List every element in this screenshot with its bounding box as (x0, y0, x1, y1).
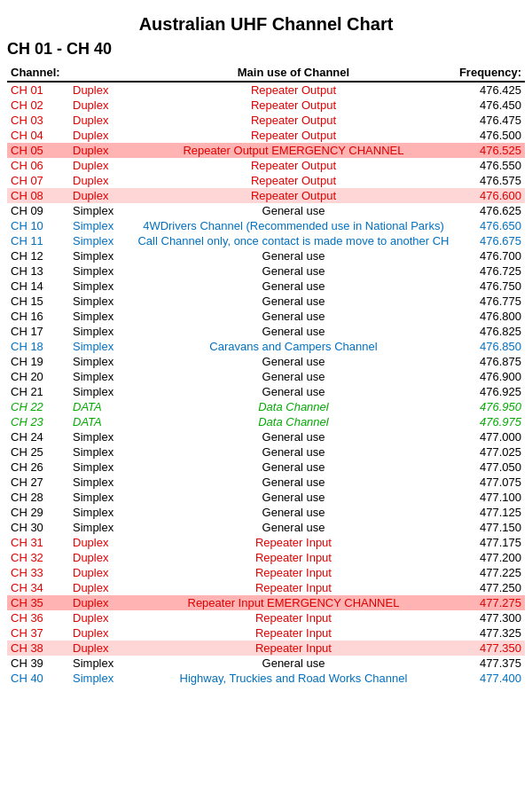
cell-use: General use (131, 279, 456, 294)
header-use: Main use of Channel (131, 64, 456, 82)
cell-mode: Duplex (69, 128, 131, 143)
cell-channel: CH 36 (7, 610, 69, 625)
page: Australian UHF Channel Chart CH 01 - CH … (0, 0, 532, 700)
cell-frequency: 476.625 (456, 203, 525, 218)
cell-channel: CH 01 (7, 82, 69, 98)
cell-frequency: 476.750 (456, 279, 525, 294)
table-row: CH 28SimplexGeneral use477.100 (7, 490, 525, 505)
cell-mode: Simplex (69, 324, 131, 339)
cell-use: Caravans and Campers Channel (131, 339, 456, 354)
cell-frequency: 477.250 (456, 580, 525, 595)
cell-channel: CH 21 (7, 384, 69, 399)
page-subtitle: CH 01 - CH 40 (7, 40, 525, 59)
cell-frequency: 477.025 (456, 444, 525, 460)
cell-mode: Simplex (69, 339, 131, 354)
cell-frequency: 477.325 (456, 625, 525, 641)
cell-channel: CH 16 (7, 309, 69, 324)
cell-mode: Duplex (69, 550, 131, 565)
cell-use: General use (131, 475, 456, 490)
table-row: CH 04DuplexRepeater Output476.500 (7, 128, 525, 143)
cell-frequency: 477.150 (456, 520, 525, 535)
cell-channel: CH 39 (7, 656, 69, 671)
cell-frequency: 477.000 (456, 429, 525, 444)
table-row: CH 02DuplexRepeater Output476.450 (7, 98, 525, 113)
cell-frequency: 476.825 (456, 324, 525, 339)
cell-use: General use (131, 369, 456, 384)
table-row: CH 39SimplexGeneral use477.375 (7, 656, 525, 671)
cell-mode: Duplex (69, 158, 131, 173)
cell-use: Repeater Output (131, 158, 456, 173)
cell-frequency: 476.575 (456, 173, 525, 188)
cell-use: General use (131, 520, 456, 535)
cell-use: Repeater Output (131, 188, 456, 203)
table-row: CH 10Simplex4WDrivers Channel (Recommend… (7, 218, 525, 233)
cell-use: General use (131, 460, 456, 475)
cell-use: General use (131, 354, 456, 369)
cell-mode: Simplex (69, 444, 131, 460)
table-row: CH 05DuplexRepeater Output EMERGENCY CHA… (7, 143, 525, 158)
cell-frequency: 476.725 (456, 263, 525, 279)
table-row: CH 34DuplexRepeater Input477.250 (7, 580, 525, 595)
cell-frequency: 477.125 (456, 505, 525, 520)
cell-use: General use (131, 656, 456, 671)
cell-use: Repeater Input (131, 580, 456, 595)
cell-frequency: 477.275 (456, 595, 525, 610)
cell-frequency: 477.200 (456, 550, 525, 565)
cell-channel: CH 06 (7, 158, 69, 173)
table-row: CH 06DuplexRepeater Output476.550 (7, 158, 525, 173)
cell-use: General use (131, 203, 456, 218)
table-row: CH 37DuplexRepeater Input477.325 (7, 625, 525, 641)
cell-channel: CH 07 (7, 173, 69, 188)
table-row: CH 15SimplexGeneral use476.775 (7, 294, 525, 309)
cell-use: General use (131, 309, 456, 324)
cell-channel: CH 33 (7, 565, 69, 580)
cell-frequency: 476.425 (456, 82, 525, 98)
cell-mode: Simplex (69, 294, 131, 309)
cell-channel: CH 27 (7, 475, 69, 490)
cell-use: Repeater Input (131, 625, 456, 641)
cell-frequency: 476.950 (456, 399, 525, 414)
cell-frequency: 476.875 (456, 354, 525, 369)
cell-channel: CH 03 (7, 113, 69, 128)
cell-channel: CH 20 (7, 369, 69, 384)
cell-channel: CH 09 (7, 203, 69, 218)
cell-use: Repeater Input (131, 565, 456, 580)
cell-frequency: 476.975 (456, 414, 525, 429)
cell-frequency: 476.775 (456, 294, 525, 309)
table-row: CH 27SimplexGeneral use477.075 (7, 475, 525, 490)
cell-frequency: 477.075 (456, 475, 525, 490)
cell-channel: CH 34 (7, 580, 69, 595)
cell-mode: Simplex (69, 354, 131, 369)
cell-use: General use (131, 429, 456, 444)
cell-channel: CH 29 (7, 505, 69, 520)
cell-channel: CH 11 (7, 233, 69, 248)
table-row: CH 35DuplexRepeater Input EMERGENCY CHAN… (7, 595, 525, 610)
cell-channel: CH 30 (7, 520, 69, 535)
cell-mode: Duplex (69, 535, 131, 550)
table-row: CH 31DuplexRepeater Input477.175 (7, 535, 525, 550)
cell-frequency: 477.050 (456, 460, 525, 475)
cell-frequency: 476.650 (456, 218, 525, 233)
header-channel: Channel: (7, 64, 69, 82)
cell-channel: CH 14 (7, 279, 69, 294)
cell-channel: CH 26 (7, 460, 69, 475)
cell-use: Repeater Input (131, 550, 456, 565)
cell-channel: CH 37 (7, 625, 69, 641)
cell-frequency: 477.300 (456, 610, 525, 625)
table-row: CH 32DuplexRepeater Input477.200 (7, 550, 525, 565)
cell-channel: CH 40 (7, 671, 69, 686)
cell-mode: Duplex (69, 113, 131, 128)
cell-frequency: 476.900 (456, 369, 525, 384)
cell-use: General use (131, 505, 456, 520)
cell-mode: Duplex (69, 565, 131, 580)
cell-use: General use (131, 490, 456, 505)
cell-use: Repeater Input EMERGENCY CHANNEL (131, 595, 456, 610)
table-row: CH 09SimplexGeneral use476.625 (7, 203, 525, 218)
cell-use: General use (131, 294, 456, 309)
cell-channel: CH 12 (7, 248, 69, 263)
cell-channel: CH 23 (7, 414, 69, 429)
cell-mode: Duplex (69, 143, 131, 158)
cell-use: Repeater Input (131, 535, 456, 550)
table-body: CH 01DuplexRepeater Output476.425CH 02Du… (7, 82, 525, 686)
table-row: CH 13SimplexGeneral use476.725 (7, 263, 525, 279)
